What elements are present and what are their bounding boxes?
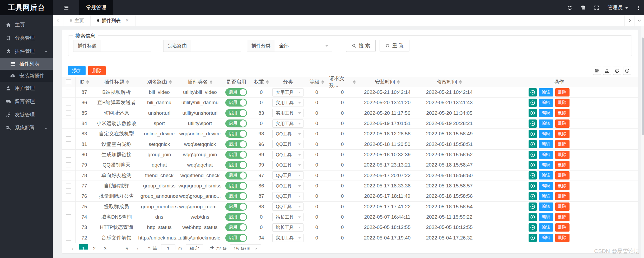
info-button[interactable] [623,67,631,75]
edit-button[interactable]: 编辑 [539,99,553,107]
delete-button[interactable]: 删除 [555,223,570,232]
category-select[interactable]: 实用工具 [272,234,304,242]
row-checkbox[interactable] [66,131,71,137]
run-plugin-button[interactable] [529,234,537,242]
page-scrollbar[interactable] [641,26,644,258]
delete-button[interactable]: 删除 [555,161,570,169]
enable-toggle[interactable]: 启用 [225,223,247,231]
enable-toggle[interactable]: 启用 [225,109,247,117]
delete-button[interactable]: 删除 [555,202,570,211]
enable-toggle[interactable]: 启用 [225,213,247,221]
edit-button[interactable]: 编辑 [539,88,553,96]
enable-toggle[interactable]: 启用 [225,161,247,169]
edit-button[interactable]: 编辑 [539,202,553,211]
category-select[interactable]: QQ工具 [272,192,304,200]
delete-button[interactable]: 删除 [555,119,570,128]
row-checkbox[interactable] [66,194,71,199]
jump-confirm-button[interactable]: 确定 [186,244,203,250]
prev-page-button[interactable]: ‹ [68,244,77,250]
category-select[interactable]: QQ工具 [272,202,304,211]
tab-plugin-list[interactable]: 插件列表✕ [91,15,136,26]
sort-icon[interactable] [353,80,356,84]
run-plugin-button[interactable] [529,223,537,232]
sort-icon[interactable] [459,80,462,84]
column-header-title[interactable]: 插件标题 [93,77,140,87]
row-checkbox[interactable] [66,235,71,241]
run-plugin-button[interactable] [529,202,537,211]
category-select[interactable]: 实用工具 [272,99,304,107]
run-plugin-button[interactable] [529,192,537,200]
enable-toggle[interactable]: 启用 [225,140,247,148]
alias-route-input[interactable] [191,40,241,52]
enable-toggle[interactable]: 启用 [225,88,247,96]
row-checkbox[interactable] [66,173,71,178]
plugin-title-input[interactable] [101,40,151,52]
sidebar-item-plugin[interactable]: 插件管理 [0,45,53,58]
sidebar-item-user[interactable]: 用户管理 [0,82,53,95]
filter-columns-button[interactable] [593,67,601,75]
fullscreen-button[interactable] [590,0,603,15]
category-select[interactable]: QQ工具 [272,171,304,179]
row-checkbox[interactable] [66,214,71,220]
edit-button[interactable]: 编辑 [539,192,553,200]
edit-button[interactable]: 编辑 [539,130,553,138]
row-checkbox[interactable] [66,110,71,116]
edit-button[interactable]: 编辑 [539,161,553,169]
enable-toggle[interactable]: 启用 [225,203,247,211]
page-1-button[interactable]: 1 [79,244,88,250]
run-plugin-button[interactable] [529,88,537,96]
sort-icon[interactable] [126,80,129,84]
edit-button[interactable]: 编辑 [539,213,553,221]
category-select[interactable]: QQ工具 [272,151,304,159]
sidebar-item-friendlink[interactable]: 友链管理 [0,108,53,121]
enable-toggle[interactable]: 启用 [225,151,247,159]
enable-toggle[interactable]: 启用 [225,130,247,138]
run-plugin-button[interactable] [529,171,537,179]
category-select[interactable]: 站长工具 [272,213,304,221]
delete-button[interactable]: 删除 [555,109,570,117]
category-select[interactable]: 站长工具 [272,223,304,232]
reset-button[interactable]: 重 置 [380,40,409,52]
row-checkbox[interactable] [66,152,71,158]
select-all-checkbox[interactable] [66,79,71,85]
tabs-scroll-right-button[interactable] [624,15,634,26]
column-header-weight[interactable]: 权重 [251,77,272,87]
edit-button[interactable]: 编辑 [539,151,553,159]
close-icon[interactable]: ✕ [125,18,129,23]
run-plugin-button[interactable] [529,213,537,221]
tab-home[interactable]: 主页 [63,15,91,26]
run-plugin-button[interactable] [529,151,537,159]
sort-icon[interactable] [86,80,89,84]
delete-button[interactable]: 删除 [555,171,570,179]
row-checkbox[interactable] [66,183,71,189]
edit-button[interactable]: 编辑 [539,234,553,242]
category-select[interactable]: QQ工具 [272,182,304,190]
tabs-scroll-left-button[interactable] [53,15,63,26]
run-plugin-button[interactable] [529,119,537,128]
sort-icon[interactable] [321,80,324,84]
admin-dropdown[interactable]: 管理员 [603,0,632,15]
enable-toggle[interactable]: 启用 [225,172,247,179]
row-checkbox[interactable] [66,204,71,209]
per-page-select[interactable]: 15 条/页 [230,244,261,250]
page-2-button[interactable]: 2 [90,244,99,250]
sidebar-item-category[interactable]: 分类管理 [0,31,53,45]
column-header-level[interactable]: 等级 [304,77,329,87]
top-tab-general[interactable]: 常规管理 [79,0,113,15]
sidebar-item-home[interactable]: 主页 [0,18,53,31]
run-plugin-button[interactable] [529,99,537,107]
column-header-class[interactable]: 插件类名 [179,77,221,87]
delete-button[interactable]: 删除 [555,234,570,242]
row-checkbox[interactable] [66,225,71,230]
delete-button[interactable]: 删除 [555,213,570,221]
clear-cache-button[interactable] [576,0,590,15]
delete-button[interactable]: 删除 [555,192,570,200]
row-checkbox[interactable] [66,141,71,147]
sidebar-item-system[interactable]: 系统配置 [0,121,53,135]
next-page-button[interactable]: › [133,244,142,250]
sidebar-collapse-button[interactable] [53,0,79,15]
run-plugin-button[interactable] [529,161,537,169]
add-button[interactable]: 添加 [68,66,86,75]
sidebar-item-message[interactable]: 留言管理 [0,95,53,108]
search-button[interactable]: 搜 索 [346,40,376,52]
